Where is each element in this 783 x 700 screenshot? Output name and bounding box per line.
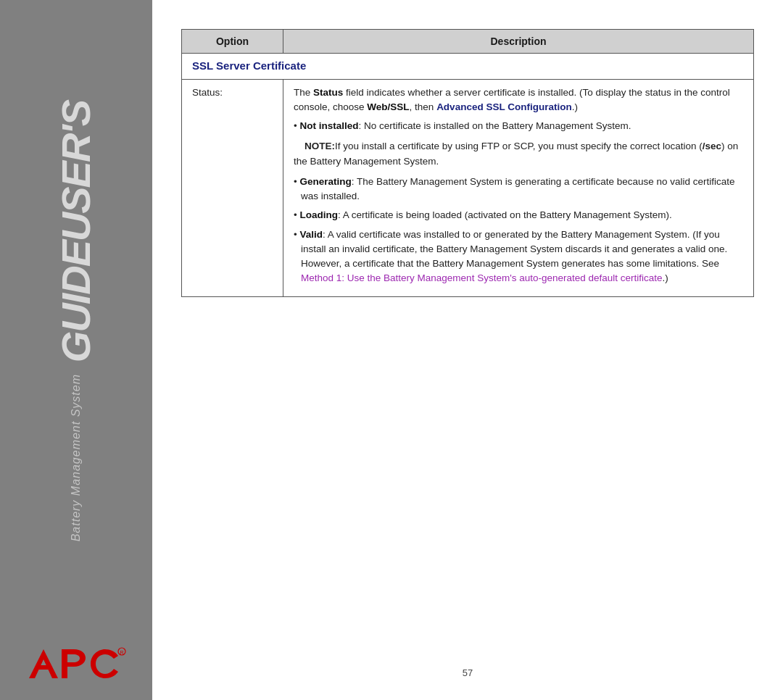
valid-bold: Valid — [299, 229, 323, 240]
bullet-loading: Loading: A certificate is being loaded (… — [294, 208, 743, 222]
apc-logo: R — [22, 642, 130, 686]
col-header-description: Description — [283, 30, 754, 54]
advanced-ssl-bold: Advanced SSL Configuration — [436, 101, 572, 112]
sidebar: USER'S GUIDE Battery Management System R — [0, 0, 152, 700]
status-bold: Status — [313, 87, 343, 98]
users-guide-title: USER'S — [58, 101, 94, 241]
sidebar-title-area: USER'S GUIDE Battery Management System — [58, 0, 94, 642]
section-header-row: SSL Server Certificate — [182, 54, 754, 80]
svg-marker-0 — [29, 649, 58, 678]
loading-bold: Loading — [299, 209, 338, 220]
col-header-option: Option — [182, 30, 283, 54]
main-content: Option Description SSL Server Certificat… — [152, 0, 783, 700]
note-bold: NOTE: — [304, 141, 335, 151]
bullet-valid: Valid: A valid certificate was installed… — [294, 228, 743, 286]
desc-intro-para: The Status field indicates whether a ser… — [294, 86, 743, 115]
option-cell-status: Status: — [182, 79, 283, 296]
vertical-text-container: USER'S GUIDE Battery Management System — [58, 0, 94, 642]
sec-bold: /sec — [703, 141, 721, 151]
generating-bold: Generating — [299, 176, 351, 187]
sidebar-subtitle: Battery Management System — [70, 374, 83, 541]
bullet-generating: Generating: The Battery Management Syste… — [294, 175, 743, 204]
status-bullets: Not installed: No certificate is install… — [294, 119, 743, 133]
users-guide-title2: GUIDE — [58, 241, 94, 362]
table-row: Status: The Status field indicates wheth… — [182, 79, 754, 296]
section-header-cell: SSL Server Certificate — [182, 54, 754, 80]
page-number: 57 — [463, 646, 473, 678]
bullet-not-installed: Not installed: No certificate is install… — [294, 119, 743, 133]
note-block: NOTE:If you install a certificate by usi… — [294, 139, 743, 169]
status-bullets-2: Generating: The Battery Management Syste… — [294, 175, 743, 286]
method1-link[interactable]: Method 1: Use the Battery Management Sys… — [301, 272, 663, 283]
documentation-table: Option Description SSL Server Certificat… — [181, 29, 754, 297]
webssl-bold: Web/SSL — [367, 101, 409, 112]
not-installed-bold: Not installed — [299, 120, 358, 131]
svg-text:R: R — [120, 650, 124, 655]
description-cell-status: The Status field indicates whether a ser… — [283, 79, 754, 296]
